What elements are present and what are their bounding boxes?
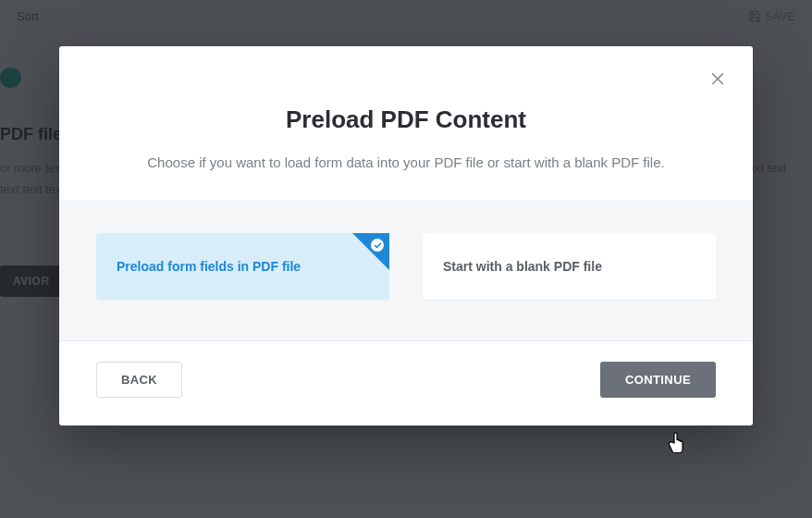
option-blank-pdf[interactable]: Start with a blank PDF file xyxy=(423,233,716,300)
selected-corner xyxy=(352,233,389,270)
modal-subtitle: Choose if you want to load form data int… xyxy=(96,154,716,170)
option-preload-label: Preload form fields in PDF file xyxy=(117,259,301,274)
back-button[interactable]: BACK xyxy=(96,362,182,398)
option-preload-form-fields[interactable]: Preload form fields in PDF file xyxy=(96,233,389,300)
preload-pdf-modal: Preload PDF Content Choose if you want t… xyxy=(59,46,753,426)
option-blank-label: Start with a blank PDF file xyxy=(443,259,602,274)
close-icon[interactable] xyxy=(703,63,732,92)
check-icon xyxy=(371,239,384,252)
modal-title: Preload PDF Content xyxy=(96,105,716,134)
continue-button[interactable]: CONTINUE xyxy=(600,362,716,398)
